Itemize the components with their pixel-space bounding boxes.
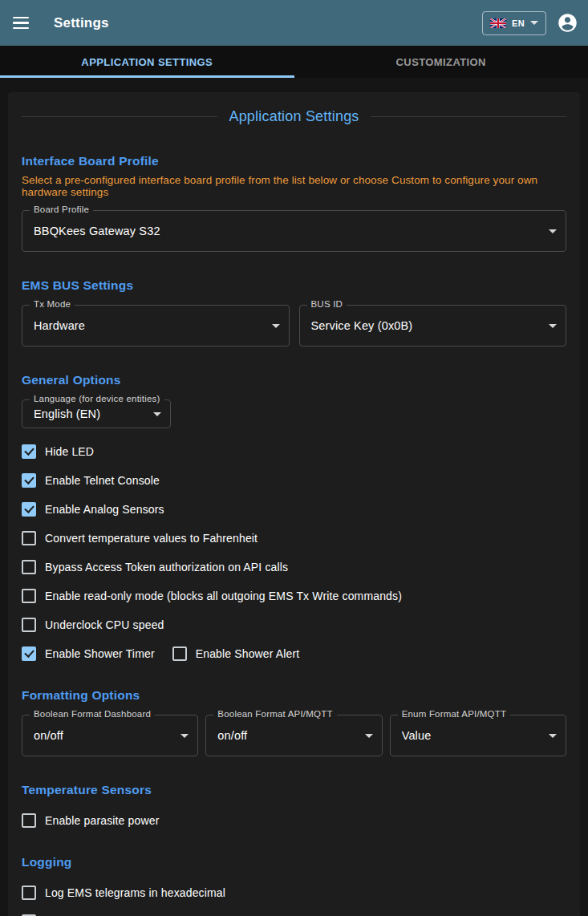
dropdown-caret-icon xyxy=(549,229,557,233)
language-entities-select[interactable]: Language (for device entities) English (… xyxy=(22,399,171,428)
boolean-format-dashboard-value: on/off xyxy=(34,729,63,742)
checkbox-label: Hide LED xyxy=(45,445,94,458)
checkbox-row-telnet[interactable]: Enable Telnet Console xyxy=(22,472,566,488)
enum-format-api-value: Value xyxy=(402,729,432,742)
bus-id-select[interactable]: BUS ID Service Key (0x0B) xyxy=(299,305,567,347)
checkbox-row-fahrenheit[interactable]: Convert temperature values to Fahrenheit xyxy=(22,530,566,546)
language-code: EN xyxy=(512,18,525,28)
section-ems-bus-settings: EMS BUS Settings xyxy=(22,278,566,293)
page-title: Application Settings xyxy=(229,108,359,125)
checkbox-label: Enable parasite power xyxy=(45,814,159,827)
checkbox[interactable] xyxy=(22,473,36,488)
checkbox-label: Enable Analog Sensors xyxy=(45,503,164,516)
checkbox[interactable] xyxy=(22,813,36,828)
divider xyxy=(371,116,566,117)
section-general-options: General Options xyxy=(22,373,566,387)
checkbox-label: Underclock CPU speed xyxy=(45,618,164,631)
checkbox[interactable] xyxy=(22,589,36,603)
dropdown-caret-icon xyxy=(365,734,373,738)
checkbox-row-hide-led[interactable]: Hide LED xyxy=(22,444,566,460)
checkbox[interactable] xyxy=(22,560,36,574)
checkbox-label: Enable read-only mode (blocks all outgoi… xyxy=(45,590,402,602)
boolean-format-api-label: Boolean Format API/MQTT xyxy=(213,709,336,719)
checkbox-label: Convert temperature values to Fahrenheit xyxy=(45,532,258,545)
app-bar: Settings EN xyxy=(0,0,588,46)
language-entities-label: Language (for device entities) xyxy=(30,394,164,403)
boolean-format-api-value: on/off xyxy=(217,729,247,742)
page-title-row: Application Settings xyxy=(22,108,566,125)
checkbox-row-underclock-cpu[interactable]: Underclock CPU speed xyxy=(22,617,566,633)
board-profile-label: Board Profile xyxy=(30,205,93,214)
section-formatting-options: Formatting Options xyxy=(22,688,566,703)
checkbox-label: Enable Shower Timer xyxy=(45,647,155,660)
tab-customization[interactable]: CUSTOMIZATION xyxy=(294,46,588,78)
checkbox-row-shower-alert[interactable]: Enable Shower Alert xyxy=(172,646,300,661)
checkbox-label: Bypass Access Token authorization on API… xyxy=(45,561,288,574)
checkbox-row-parasite-power[interactable]: Enable parasite power xyxy=(22,813,566,829)
language-entities-value: English (EN) xyxy=(34,407,100,420)
app-title: Settings xyxy=(54,15,109,31)
dropdown-caret-icon xyxy=(180,734,189,738)
board-profile-value: BBQKees Gateway S32 xyxy=(34,225,160,237)
menu-icon[interactable] xyxy=(13,14,32,33)
section-logging: Logging xyxy=(22,855,566,869)
boolean-format-api-select[interactable]: Boolean Format API/MQTT on/off xyxy=(205,715,382,756)
enum-format-api-label: Enum Format API/MQTT xyxy=(398,709,511,719)
dropdown-caret-icon xyxy=(153,412,161,416)
checkbox[interactable] xyxy=(22,444,36,459)
section-interface-board-profile: Interface Board Profile xyxy=(22,154,566,168)
checkbox-row-log-hex[interactable]: Log EMS telegrams in hexadecimal xyxy=(22,885,566,901)
chevron-down-icon xyxy=(530,21,538,25)
settings-card: Application Settings Interface Board Pro… xyxy=(8,92,580,916)
tab-application-settings[interactable]: APPLICATION SETTINGS xyxy=(0,46,294,78)
enum-format-api-select[interactable]: Enum Format API/MQTT Value xyxy=(390,715,566,756)
checkbox-label: Enable Shower Alert xyxy=(196,647,300,660)
account-icon[interactable] xyxy=(557,12,578,34)
checkbox-row-readonly-mode[interactable]: Enable read-only mode (blocks all outgoi… xyxy=(22,588,566,604)
checkbox[interactable] xyxy=(22,886,36,900)
dropdown-caret-icon xyxy=(549,734,557,738)
language-selector-button[interactable]: EN xyxy=(482,11,546,35)
checkbox-label: Enable Telnet Console xyxy=(45,474,160,487)
tx-mode-value: Hardware xyxy=(34,319,85,332)
checkbox[interactable] xyxy=(22,646,36,661)
dropdown-caret-icon xyxy=(549,324,557,328)
checkbox-row-shower-timer[interactable]: Enable Shower Timer xyxy=(22,646,155,661)
boolean-format-dashboard-select[interactable]: Boolean Format Dashboard on/off xyxy=(22,715,198,756)
checkbox[interactable] xyxy=(22,618,36,632)
checkbox-row-analog-sensors[interactable]: Enable Analog Sensors xyxy=(22,501,566,517)
uk-flag-icon xyxy=(490,18,506,28)
divider xyxy=(22,116,217,117)
checkbox-row-bypass-token[interactable]: Bypass Access Token authorization on API… xyxy=(22,559,566,575)
bus-id-value: Service Key (0x0B) xyxy=(311,319,413,332)
section-temperature-sensors: Temperature Sensors xyxy=(22,783,566,797)
dropdown-caret-icon xyxy=(272,324,280,328)
tx-mode-label: Tx Mode xyxy=(30,299,75,309)
bus-id-label: BUS ID xyxy=(307,299,347,309)
checkbox-row-shower: Enable Shower Timer Enable Shower Alert xyxy=(22,646,566,662)
tx-mode-select[interactable]: Tx Mode Hardware xyxy=(22,305,290,347)
checkbox[interactable] xyxy=(22,531,36,545)
tab-bar: APPLICATION SETTINGS CUSTOMIZATION xyxy=(0,46,588,78)
board-profile-select[interactable]: Board Profile BBQKees Gateway S32 xyxy=(22,210,566,252)
board-profile-hint: Select a pre-configured interface board … xyxy=(22,174,566,198)
checkbox[interactable] xyxy=(172,646,187,661)
checkbox-label: Log EMS telegrams in hexadecimal xyxy=(45,886,225,899)
checkbox[interactable] xyxy=(22,502,36,517)
boolean-format-dashboard-label: Boolean Format Dashboard xyxy=(30,709,155,719)
